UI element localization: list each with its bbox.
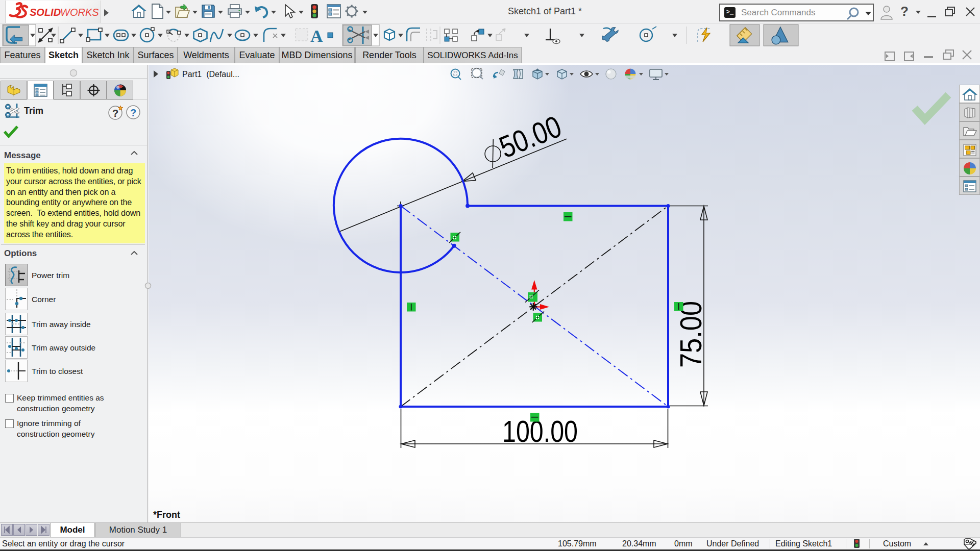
svg-text:75.00: 75.00 [674,301,708,368]
svg-text:100.00: 100.00 [502,414,578,448]
svg-text:50.00: 50.00 [495,109,566,165]
